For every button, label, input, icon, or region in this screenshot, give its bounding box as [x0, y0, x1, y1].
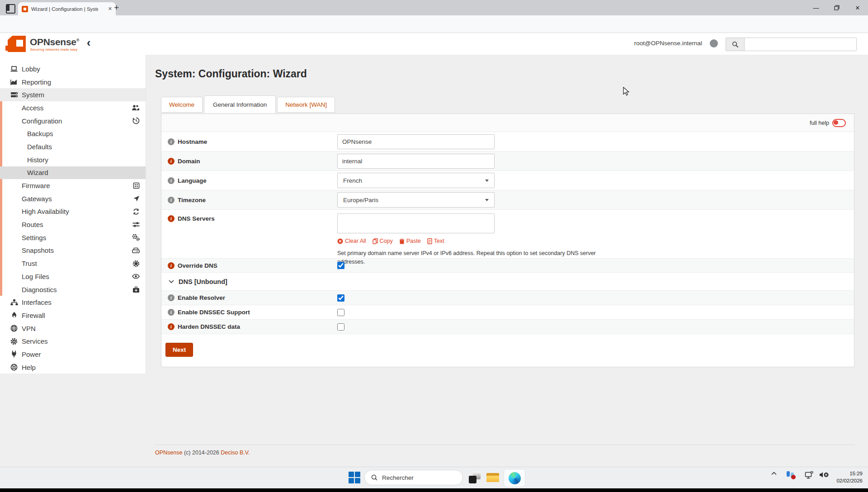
- window-minimize-button[interactable]: —: [806, 0, 826, 15]
- text-link[interactable]: Text: [427, 238, 444, 244]
- sidebar-item-power[interactable]: Power: [0, 348, 146, 361]
- override-dns-checkbox[interactable]: [337, 262, 344, 269]
- taskbar-clock[interactable]: 15:29 02/02/2026: [831, 470, 863, 484]
- sidebar-item-firewall[interactable]: Firewall: [0, 309, 146, 322]
- new-tab-button[interactable]: +: [114, 3, 119, 13]
- info-icon[interactable]: i: [168, 323, 175, 330]
- info-icon[interactable]: i: [168, 215, 175, 222]
- dns-help-text: Set primary domain name server IPv4 or I…: [337, 249, 618, 267]
- tab-network-wan[interactable]: Network [WAN]: [277, 97, 335, 113]
- sidebar-item-firmware[interactable]: Firmware: [0, 179, 146, 192]
- tab-search-icon[interactable]: [6, 4, 15, 14]
- laptop-icon: [10, 66, 18, 72]
- sliders-icon: [132, 221, 140, 228]
- search-icon[interactable]: [726, 38, 745, 51]
- opnsense-header: OPNsense® Securing networks made easy ‹ …: [0, 33, 868, 55]
- form-row-timezone: iTimezone Europe/Paris: [161, 190, 854, 210]
- search-input[interactable]: [745, 38, 856, 51]
- harden-dnssec-checkbox[interactable]: [337, 323, 344, 331]
- section-dns-unbound[interactable]: DNS [Unbound]: [161, 273, 854, 291]
- browser-toolbar: ✕ Non sécurisé https ://10.192.195.253/u…: [0, 15, 868, 33]
- sidebar-item-vpn[interactable]: VPN: [0, 322, 146, 335]
- header-search: [726, 38, 857, 51]
- sidebar-item-system[interactable]: System: [0, 88, 146, 101]
- timezone-select[interactable]: Europe/Paris: [337, 192, 495, 208]
- info-icon[interactable]: i: [168, 309, 175, 316]
- sidebar-item-gateways[interactable]: Gateways: [0, 192, 146, 205]
- wizard-form-panel: full help iHostname iDomain iLanguage Fr…: [161, 114, 854, 367]
- clock-time: 15:29: [831, 470, 863, 477]
- sidebar-item-log-files[interactable]: Log Files: [0, 270, 146, 283]
- status-globe-icon[interactable]: [710, 39, 718, 47]
- sidebar-item-wizard[interactable]: Wizard: [0, 166, 146, 180]
- paste-link[interactable]: Paste: [399, 238, 421, 244]
- info-icon[interactable]: i: [168, 177, 175, 184]
- browser-tab[interactable]: Wizard | Configuration | System | O ✕: [18, 2, 116, 15]
- chevron-down-icon: [485, 180, 489, 182]
- language-select[interactable]: French: [337, 173, 495, 188]
- tab-general-information[interactable]: General Information: [204, 95, 276, 113]
- sidebar-item-snapshots[interactable]: Snapshots: [0, 244, 146, 257]
- sidebar-item-diagnostics[interactable]: Diagnostics: [0, 283, 146, 296]
- start-button[interactable]: [348, 471, 361, 484]
- sidebar-item-high-availability[interactable]: High Availability: [0, 205, 146, 218]
- opnsense-footer-link[interactable]: OPNsense: [155, 449, 182, 456]
- next-button[interactable]: Next: [165, 343, 193, 357]
- edge-browser-button[interactable]: [504, 469, 525, 487]
- info-icon[interactable]: i: [168, 197, 175, 203]
- sidebar-item-trust[interactable]: Trust: [0, 257, 146, 270]
- sidebar-item-services[interactable]: Services: [0, 335, 146, 348]
- sidebar-item-reporting[interactable]: Reporting: [0, 76, 146, 89]
- sidebar-item-help[interactable]: Help: [0, 361, 146, 374]
- sidebar-item-routes[interactable]: Routes: [0, 218, 146, 231]
- life-ring-icon: [10, 364, 18, 371]
- enable-resolver-checkbox[interactable]: [337, 294, 344, 302]
- users-icon: [132, 104, 140, 111]
- opnsense-logo[interactable]: [5, 36, 26, 53]
- sidebar-item-history[interactable]: History: [0, 153, 146, 166]
- full-help-label: full help: [810, 120, 829, 126]
- full-help-toggle[interactable]: [832, 119, 846, 127]
- info-icon[interactable]: i: [168, 262, 175, 269]
- taskbar-search[interactable]: Rechercher: [364, 470, 463, 485]
- tab-close-icon[interactable]: ✕: [108, 6, 112, 12]
- logged-in-user: root@OPNsense.internal: [634, 40, 702, 47]
- sidebar-item-interfaces[interactable]: Interfaces: [0, 296, 146, 309]
- window-close-button[interactable]: ✕: [847, 0, 868, 15]
- tray-chevron-icon[interactable]: [771, 471, 777, 476]
- copy-link[interactable]: Copy: [373, 238, 393, 244]
- sidebar-item-access[interactable]: Access: [0, 101, 146, 114]
- task-view-button[interactable]: [468, 471, 481, 484]
- window-restore-button[interactable]: [826, 0, 847, 15]
- tab-welcome[interactable]: Welcome: [161, 97, 203, 113]
- tray-mute-icon[interactable]: [819, 471, 829, 478]
- eye-icon: [132, 273, 140, 279]
- fire-icon: [10, 312, 18, 319]
- info-icon[interactable]: i: [168, 294, 175, 301]
- domain-input[interactable]: [337, 154, 495, 169]
- sidebar-item-lobby[interactable]: Lobby: [0, 62, 146, 76]
- dns-servers-input[interactable]: [337, 213, 495, 233]
- sidebar-item-backups[interactable]: Backups: [0, 127, 146, 140]
- search-icon: [371, 474, 377, 481]
- tray-network-icon[interactable]: [805, 471, 814, 479]
- sidebar-collapse-icon[interactable]: ‹: [87, 36, 90, 49]
- chevron-down-icon: [485, 199, 489, 201]
- info-icon[interactable]: i: [168, 158, 175, 165]
- enable-dnssec-checkbox[interactable]: [337, 309, 344, 316]
- opnsense-favicon-icon: [22, 6, 28, 12]
- form-row-language: iLanguage French: [161, 171, 854, 190]
- info-icon[interactable]: i: [168, 138, 175, 145]
- clear-all-link[interactable]: Clear All: [337, 238, 366, 244]
- hostname-input[interactable]: [337, 134, 495, 149]
- deciso-footer-link[interactable]: Deciso B.V.: [221, 449, 250, 456]
- sidebar-item-defaults[interactable]: Defaults: [0, 140, 146, 153]
- hard-drive-icon: [132, 247, 140, 254]
- tray-device-icon[interactable]: [787, 471, 795, 478]
- file-explorer-button[interactable]: [486, 471, 499, 484]
- sidebar-item-settings[interactable]: Settings: [0, 231, 146, 244]
- gears-icon: [132, 234, 140, 241]
- form-row-harden-dnssec: iHarden DNSSEC data: [161, 320, 854, 334]
- sidebar-item-configuration[interactable]: Configuration: [0, 114, 146, 128]
- globe-icon: [10, 325, 18, 332]
